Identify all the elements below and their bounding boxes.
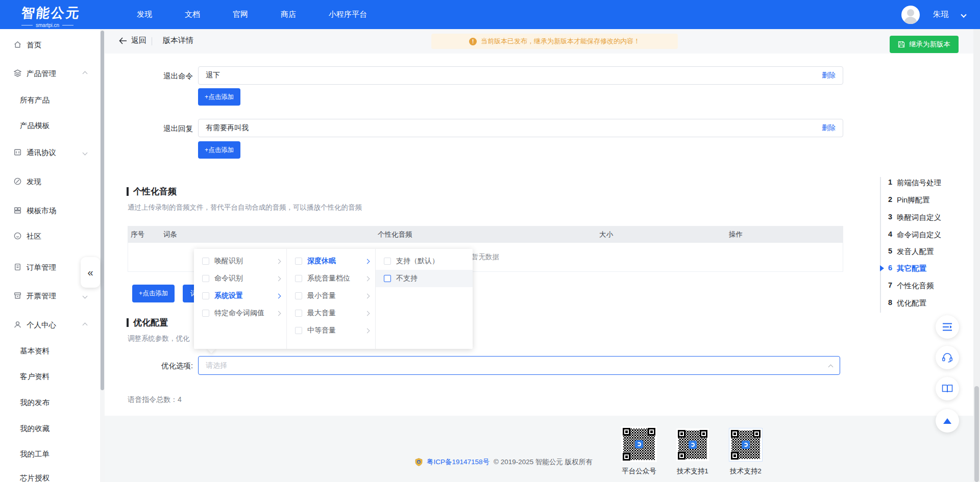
support-fab[interactable] [936, 346, 959, 369]
sidebar-item-protocol[interactable]: 通讯协议 [0, 145, 100, 160]
warning-icon: ! [469, 38, 477, 45]
sidebar-item-my-publications[interactable]: 我的发布 [0, 395, 100, 410]
anchor-item-pin-config[interactable]: 2 Pin脚配置 [888, 195, 930, 205]
sidebar-item-community[interactable]: 社区 [0, 229, 100, 243]
anchor-item-personal-audio[interactable]: 7 个性化音频 [888, 281, 934, 291]
sidebar-item-template-market[interactable]: 模板市场 [0, 204, 100, 218]
nav-item-miniprogram[interactable]: 小程序平台 [329, 10, 367, 19]
sidebar-item-my-tickets[interactable]: 我的工单 [0, 447, 100, 461]
checkbox-icon[interactable] [295, 327, 302, 334]
sidebar-item-personal-center[interactable]: 个人中心 [0, 318, 100, 332]
checkbox-icon[interactable] [295, 292, 302, 299]
sidebar-item-my-favorites[interactable]: 我的收藏 [0, 421, 100, 436]
menu-item-system-volume-level[interactable]: 系统音量档位 [287, 270, 375, 287]
qr-code-platform [621, 426, 657, 462]
checkbox-icon[interactable] [295, 258, 302, 265]
sidebar-item-label: 我的工单 [20, 449, 50, 459]
back-button[interactable]: 返回 [119, 36, 146, 45]
chevron-down-icon[interactable] [83, 294, 88, 299]
qr-finder [678, 430, 685, 438]
checkbox-icon[interactable] [202, 310, 209, 317]
window-scrollbar[interactable] [973, 29, 980, 482]
menu-item-label: 支持（默认） [396, 257, 467, 266]
sidebar-item-customer-profile[interactable]: 客户资料 [0, 369, 100, 384]
sidebar-item-basic-profile[interactable]: 基本资料 [0, 344, 100, 358]
logo-title: 智能公元 [20, 4, 82, 22]
sidebar-scrollbar-thumb[interactable] [101, 31, 104, 390]
avatar[interactable] [901, 6, 920, 24]
menu-item-label: 系统音量档位 [307, 274, 365, 283]
personal-audio-add-button[interactable]: +点击添加 [132, 285, 175, 302]
sidebar-item-discover[interactable]: 发现 [0, 174, 100, 189]
order-icon [13, 263, 22, 271]
user-name[interactable]: 朱琨 [933, 10, 948, 19]
sidebar-item-product-management[interactable]: 产品管理 [0, 66, 100, 81]
chevron-up-icon[interactable] [83, 71, 88, 77]
sidebar-item-all-products[interactable]: 所有产品 [0, 93, 100, 107]
exit-command-delete-link[interactable]: 删除 [822, 71, 836, 80]
qr-finder [678, 452, 685, 460]
nav-item-discover[interactable]: 发现 [137, 10, 152, 19]
anchor-item-speaker-config[interactable]: 5 发音人配置 [888, 247, 934, 257]
anchor-num: 5 [888, 247, 892, 257]
sidebar-item-chip-authorization[interactable]: 芯片授权 [0, 471, 100, 482]
menu-item-max-volume[interactable]: 最大音量 [287, 305, 375, 322]
nav-item-store[interactable]: 商店 [281, 10, 296, 19]
exit-reply-delete-link[interactable]: 删除 [822, 123, 836, 133]
menu-item-specific-command-threshold[interactable]: 特定命令词阈值 [194, 305, 286, 322]
checkbox-icon[interactable] [202, 292, 209, 299]
anchor-item-wake-word[interactable]: 3 唤醒词自定义 [888, 213, 941, 222]
sidebar-collapse-button[interactable]: « [81, 257, 100, 288]
home-icon [13, 40, 22, 49]
personal-audio-description: 通过上传录制的音频文件，替代平台自动合成的音频，可以播放个性化的音频 [128, 203, 362, 212]
inherit-new-version-button[interactable]: 继承为新版本 [890, 36, 959, 53]
sidebar-item-invoice-management[interactable]: 开票管理 [0, 289, 100, 303]
checkbox-icon[interactable] [202, 258, 209, 265]
anchor-item-front-signal[interactable]: 1 前端信号处理 [888, 178, 941, 188]
menu-item-medium-volume[interactable]: 中等音量 [287, 322, 375, 339]
nav-item-docs[interactable]: 文档 [185, 10, 200, 19]
app-logo[interactable]: 智能公元 smartpi.cn [21, 4, 81, 28]
anchor-item-other-config[interactable]: 6 其它配置 [888, 264, 926, 273]
anchor-item-optimize-config[interactable]: 8 优化配置 [888, 298, 926, 308]
menu-item-command-recognition[interactable]: 命令识别 [194, 270, 286, 287]
checkbox-icon[interactable] [384, 258, 391, 265]
sidebar-item-home[interactable]: 首页 [0, 38, 100, 52]
exit-reply-input[interactable]: 有需要再叫我 删除 [198, 119, 843, 137]
community-icon [13, 232, 22, 240]
optimize-option-select[interactable]: 请选择 [198, 356, 840, 375]
anchor-toggle-fab[interactable] [936, 315, 959, 339]
menu-item-supported-default[interactable]: 支持（默认） [376, 252, 473, 270]
chevron-down-icon[interactable] [961, 12, 966, 17]
optimize-section-title: 优化配置 [127, 317, 168, 328]
menu-item-not-supported[interactable]: 不支持 [376, 270, 473, 287]
sidebar-scrollbar[interactable] [100, 29, 105, 482]
nav-item-official-site[interactable]: 官网 [233, 10, 248, 19]
sidebar-item-label: 我的收藏 [20, 424, 50, 434]
book-icon [942, 384, 953, 393]
exit-command-add-button[interactable]: +点击添加 [198, 88, 240, 106]
checkbox-icon[interactable] [202, 275, 209, 282]
exit-reply-value: 有需要再叫我 [206, 123, 822, 133]
sidebar-item-product-templates[interactable]: 产品模板 [0, 118, 100, 133]
menu-item-wake-recognition[interactable]: 唤醒识别 [194, 252, 286, 270]
exit-reply-add-button[interactable]: +点击添加 [198, 141, 240, 159]
menu-item-deep-sleep[interactable]: 深度休眠 [287, 252, 375, 270]
anchor-label: 个性化音频 [897, 281, 934, 291]
chevron-up-icon[interactable] [83, 323, 88, 328]
anchor-item-command-word[interactable]: 4 命令词自定义 [888, 230, 941, 240]
window-scrollbar-thumb[interactable] [974, 386, 979, 482]
back-to-top-fab[interactable] [936, 409, 959, 433]
checkbox-icon[interactable] [384, 275, 391, 282]
checkbox-icon[interactable] [295, 310, 302, 317]
chevron-down-icon[interactable] [83, 150, 88, 156]
checkbox-icon[interactable] [295, 275, 302, 282]
chevron-right-icon [365, 328, 370, 333]
menu-item-min-volume[interactable]: 最小音量 [287, 287, 375, 305]
qr-code-support1 [676, 428, 709, 461]
exit-command-input[interactable]: 退下 删除 [198, 66, 843, 85]
menu-item-system-settings[interactable]: 系统设置 [194, 287, 286, 305]
icp-link[interactable]: 粤ICP备19147158号 [427, 458, 489, 467]
empty-data-text: 暂无数据 [472, 252, 499, 262]
docs-fab[interactable] [936, 377, 959, 400]
